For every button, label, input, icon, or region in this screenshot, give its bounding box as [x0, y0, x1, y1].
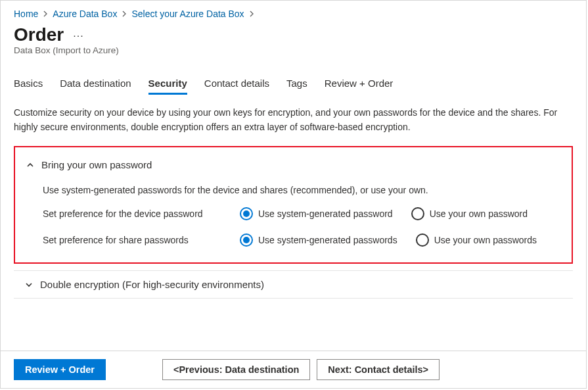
- chevron-right-icon: [42, 11, 49, 17]
- device-password-system-radio[interactable]: Use system-generated password: [240, 207, 393, 220]
- page-title: Order: [14, 24, 64, 45]
- section-title: Bring your own password: [41, 159, 152, 170]
- device-password-own-radio[interactable]: Use your own password: [411, 207, 528, 220]
- radio-label: Use your own password: [430, 208, 528, 219]
- breadcrumb-azure-data-box[interactable]: Azure Data Box: [53, 9, 117, 19]
- page-subtitle: Data Box (Import to Azure): [14, 45, 573, 55]
- bring-own-password-section: Bring your own password Use system-gener…: [14, 146, 573, 264]
- tab-tags[interactable]: Tags: [286, 74, 307, 94]
- share-passwords-system-radio[interactable]: Use system-generated passwords: [240, 233, 397, 247]
- tab-contact-details[interactable]: Contact details: [204, 74, 269, 94]
- share-passwords-row: Set preference for share passwords Use s…: [43, 233, 562, 247]
- radio-selected-icon: [240, 207, 253, 220]
- tab-data-destination[interactable]: Data destination: [60, 74, 131, 94]
- radio-label: Use your own passwords: [434, 235, 537, 245]
- previous-button[interactable]: <Previous: Data destination: [162, 359, 310, 380]
- chevron-up-icon: [26, 160, 35, 170]
- tab-security[interactable]: Security: [148, 74, 187, 94]
- more-actions-button[interactable]: ···: [73, 30, 83, 42]
- chevron-right-icon: [248, 11, 255, 17]
- wizard-footer: Review + Order <Previous: Data destinati…: [1, 351, 586, 388]
- breadcrumb: Home Azure Data Box Select your Azure Da…: [14, 6, 573, 23]
- bring-own-password-toggle[interactable]: Bring your own password: [24, 154, 562, 176]
- tab-basics[interactable]: Basics: [14, 74, 43, 94]
- tabs-bar: Basics Data destination Security Contact…: [14, 74, 573, 94]
- breadcrumb-select-data-box[interactable]: Select your Azure Data Box: [131, 9, 244, 19]
- radio-label: Use system-generated password: [258, 208, 393, 219]
- breadcrumb-home[interactable]: Home: [14, 9, 38, 19]
- double-encryption-toggle[interactable]: Double encryption (For high-security env…: [14, 270, 573, 299]
- device-password-label: Set preference for the device password: [43, 208, 240, 219]
- radio-label: Use system-generated passwords: [258, 235, 397, 245]
- next-button[interactable]: Next: Contact details>: [317, 359, 440, 380]
- share-passwords-label: Set preference for share passwords: [43, 235, 240, 245]
- radio-unselected-icon: [416, 233, 429, 247]
- chevron-down-icon: [24, 280, 34, 289]
- tab-review-order[interactable]: Review + Order: [325, 74, 394, 94]
- tab-description: Customize security on your device by usi…: [14, 106, 566, 134]
- chevron-right-icon: [121, 11, 127, 17]
- review-order-button[interactable]: Review + Order: [14, 359, 106, 380]
- section-intro: Use system-generated passwords for the d…: [43, 185, 562, 195]
- device-password-row: Set preference for the device password U…: [43, 207, 562, 220]
- radio-unselected-icon: [411, 207, 424, 220]
- radio-selected-icon: [240, 233, 253, 247]
- share-passwords-own-radio[interactable]: Use your own passwords: [416, 233, 537, 247]
- section-title: Double encryption (For high-security env…: [40, 279, 264, 290]
